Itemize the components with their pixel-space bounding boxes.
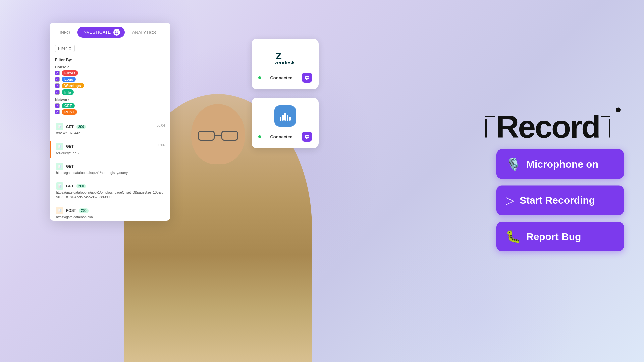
method-icon-post: 📊 — [56, 207, 63, 214]
integration-cards: Z zendesk Connected — [252, 39, 319, 148]
record-dot — [616, 108, 621, 112]
zendesk-status-text: Connected — [270, 75, 292, 80]
record-panel: Record 🎙️ Microphone on ▷ Start Recordin… — [485, 111, 624, 251]
filter-checkbox-errors[interactable] — [55, 71, 60, 75]
filter-checkbox-logs[interactable] — [55, 77, 60, 82]
filter-checkbox-get[interactable] — [55, 103, 60, 108]
intercom-logo-icon — [274, 105, 296, 127]
zendesk-logo: Z zendesk — [273, 45, 297, 69]
filter-tag-get: GET — [62, 103, 75, 108]
method-icon-get: 📊 — [56, 163, 63, 170]
method-label: POST — [66, 208, 76, 213]
log-entries: 📊 GET 200 /track/?1078442 00:04 📊 GET /v… — [50, 118, 170, 221]
svg-rect-6 — [289, 117, 291, 121]
intercom-settings-button[interactable] — [302, 132, 312, 142]
tab-investigate-badge: 16 — [113, 29, 120, 36]
log-entry-header: 📊 GET 200 — [56, 123, 165, 130]
intercom-status: Connected — [258, 132, 312, 142]
zendesk-card: Z zendesk Connected — [252, 39, 319, 89]
filter-tag-info: Info — [62, 89, 74, 95]
tab-investigate[interactable]: INVESTIGATE 16 — [77, 27, 125, 38]
log-entry-header: 📊 GET — [56, 163, 165, 170]
method-icon-get: 📊 — [56, 123, 63, 130]
method-label: GET — [66, 184, 74, 188]
filter-checkbox-info[interactable] — [55, 90, 60, 95]
microphone-icon: 🎙️ — [506, 157, 521, 171]
svg-rect-3 — [282, 115, 284, 121]
right-bracket — [601, 116, 610, 138]
bracket-left-vert — [485, 119, 487, 138]
intercom-status-dot — [258, 135, 261, 138]
log-entry-header: 📊 GET 200 — [56, 182, 165, 190]
bracket-right-vert — [609, 119, 610, 138]
method-label: GET — [66, 164, 74, 168]
log-entry[interactable]: 📊 GET https://gate.dataloop.ai/api/v1/ap… — [50, 161, 170, 177]
glasses-right — [221, 131, 238, 141]
microphone-button-label: Microphone on — [526, 159, 598, 170]
log-divider — [55, 159, 165, 159]
filter-button[interactable]: Filter ⚙ — [55, 45, 75, 52]
tab-analytics[interactable]: ANALYTICS — [127, 28, 161, 37]
filter-item-logs: Logs — [55, 77, 165, 82]
log-entry[interactable]: 📊 GET 200 /track/?1078442 00:04 — [50, 121, 170, 138]
log-time: 00:06 — [157, 143, 165, 147]
method-icon-get: 📊 — [56, 182, 63, 190]
report-bug-label: Report Bug — [526, 231, 581, 242]
method-label: GET — [66, 125, 74, 129]
devtools-panel: INFO INVESTIGATE 16 ANALYTICS Filter ⚙ F… — [50, 23, 170, 221]
intercom-svg — [278, 109, 292, 123]
start-recording-label: Start Recording — [520, 195, 595, 206]
bracket-top-left — [485, 116, 495, 117]
log-entry[interactable]: 📊 POST 200 https://gate.dataloop.ai/a... — [50, 205, 170, 221]
filter-checkbox-post[interactable] — [55, 110, 60, 114]
svg-text:zendesk: zendesk — [275, 60, 295, 65]
filter-tag-errors: Errors — [62, 70, 78, 76]
filter-item-post: POST — [55, 109, 165, 115]
zendesk-svg: Z zendesk — [273, 45, 297, 69]
filter-category-network: Network — [55, 98, 165, 102]
person-head — [191, 104, 245, 164]
log-url: https://gate.dataloop.ai/a... — [56, 215, 165, 220]
filter-tag-logs: Logs — [62, 77, 76, 82]
bug-icon: 🐛 — [506, 230, 521, 244]
tab-investigate-label: INVESTIGATE — [82, 29, 111, 35]
start-recording-button[interactable]: ▷ Start Recording — [496, 186, 624, 215]
record-title: Record — [496, 111, 600, 143]
zendesk-settings-button[interactable] — [302, 73, 312, 83]
filter-bar: Filter ⚙ — [50, 42, 170, 55]
log-entry-header: 📊 POST 200 — [56, 207, 165, 214]
filter-icon: ⚙ — [68, 46, 72, 51]
filter-category-console: Console — [55, 65, 165, 69]
log-entry-header: 📊 GET — [56, 143, 165, 150]
log-time: 00:04 — [157, 124, 165, 127]
tab-info[interactable]: INFO — [55, 28, 75, 37]
log-entry[interactable]: 📊 GET 200 https://gate.dataloop.ai/api/v… — [50, 180, 170, 202]
log-url: https://gate.dataloop.ai/api/v1/app-regi… — [56, 171, 165, 175]
filter-item-warnings: Warnings — [55, 83, 165, 88]
settings-icon — [305, 134, 309, 139]
log-url: https://gate.dataloop.ai/api/v1/ontolog.… — [56, 190, 165, 200]
report-bug-button[interactable]: 🐛 Report Bug — [496, 222, 624, 251]
left-bracket — [485, 116, 495, 138]
settings-icon — [305, 75, 309, 80]
bracket-top-right — [601, 116, 610, 117]
record-title-container: Record — [485, 111, 610, 143]
method-label: GET — [66, 144, 74, 148]
log-url: /v1/query/FaaS — [56, 151, 165, 156]
intercom-card: Connected — [252, 98, 319, 148]
filter-item-errors: Errors — [55, 70, 165, 76]
glasses-bridge — [214, 135, 222, 136]
microphone-button[interactable]: 🎙️ Microphone on — [496, 149, 624, 179]
zendesk-status: Connected — [258, 73, 312, 83]
filter-tag-warnings: Warnings — [62, 83, 84, 88]
svg-rect-4 — [284, 113, 286, 121]
filter-checkbox-warnings[interactable] — [55, 83, 60, 88]
log-divider — [55, 179, 165, 179]
status-badge: 200 — [76, 184, 86, 188]
log-entry[interactable]: 📊 GET /v1/query/FaaS 00:06 — [50, 141, 170, 158]
filter-by-label: Filter By: — [55, 58, 165, 62]
svg-rect-5 — [287, 115, 288, 121]
svg-rect-2 — [280, 117, 281, 121]
zendesk-status-dot — [258, 76, 261, 79]
glasses-left — [198, 131, 215, 141]
